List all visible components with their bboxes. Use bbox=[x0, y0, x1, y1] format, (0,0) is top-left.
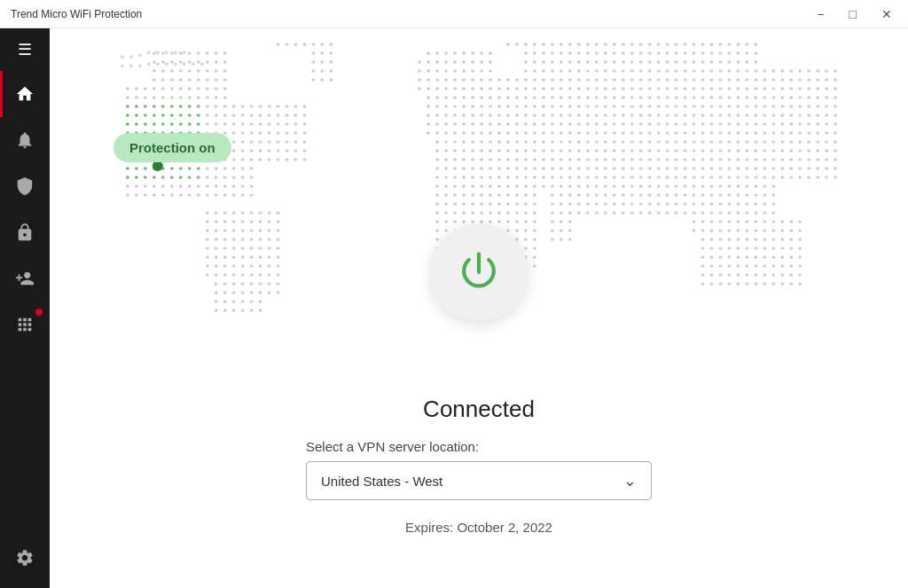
bottom-section: Connected Select a VPN server location: … bbox=[50, 392, 908, 553]
app-title: Trend Micro WiFi Protection bbox=[11, 8, 142, 20]
home-icon bbox=[15, 84, 35, 104]
sidebar-item-add-user[interactable] bbox=[0, 255, 50, 302]
connected-status: Connected bbox=[423, 396, 535, 423]
main-content: Protection on Connected Select a VPN ser… bbox=[50, 28, 908, 588]
vpn-selected-value: United States - West bbox=[321, 474, 442, 489]
expiry-text: Expires: October 2, 2022 bbox=[405, 520, 552, 535]
sidebar: ☰ bbox=[0, 28, 50, 588]
window-controls: − □ ✕ bbox=[811, 5, 897, 23]
sidebar-item-settings[interactable] bbox=[0, 535, 50, 581]
notification-dot bbox=[35, 309, 43, 316]
sidebar-bottom bbox=[0, 535, 50, 588]
sidebar-item-lock[interactable] bbox=[0, 209, 50, 255]
apps-icon bbox=[15, 315, 35, 334]
power-button-wrap bbox=[430, 223, 528, 321]
gear-icon bbox=[15, 548, 35, 568]
vpn-server-select[interactable]: United States - West ⌄ bbox=[306, 461, 652, 500]
sidebar-item-notifications[interactable] bbox=[0, 117, 50, 163]
shield-icon bbox=[15, 176, 35, 196]
bell-icon bbox=[15, 130, 35, 150]
sidebar-item-home[interactable] bbox=[0, 71, 50, 117]
sidebar-item-shield[interactable] bbox=[0, 163, 50, 209]
power-icon bbox=[454, 247, 504, 297]
sidebar-nav bbox=[0, 71, 50, 535]
vpn-label: Select a VPN server location: bbox=[306, 439, 479, 454]
maximize-button[interactable]: □ bbox=[844, 5, 862, 23]
lock-icon bbox=[15, 223, 35, 242]
hamburger-icon: ☰ bbox=[18, 40, 32, 59]
hamburger-menu[interactable]: ☰ bbox=[0, 28, 50, 71]
close-button[interactable]: ✕ bbox=[876, 5, 897, 23]
chevron-down-icon: ⌄ bbox=[623, 471, 637, 490]
power-button[interactable] bbox=[430, 223, 528, 321]
person-add-icon bbox=[15, 269, 35, 288]
app-body: ☰ bbox=[0, 28, 908, 588]
protection-badge: Protection on bbox=[114, 133, 231, 162]
sidebar-item-apps[interactable] bbox=[0, 302, 50, 348]
minimize-button[interactable]: − bbox=[811, 5, 829, 23]
title-bar: Trend Micro WiFi Protection − □ ✕ bbox=[0, 0, 908, 28]
